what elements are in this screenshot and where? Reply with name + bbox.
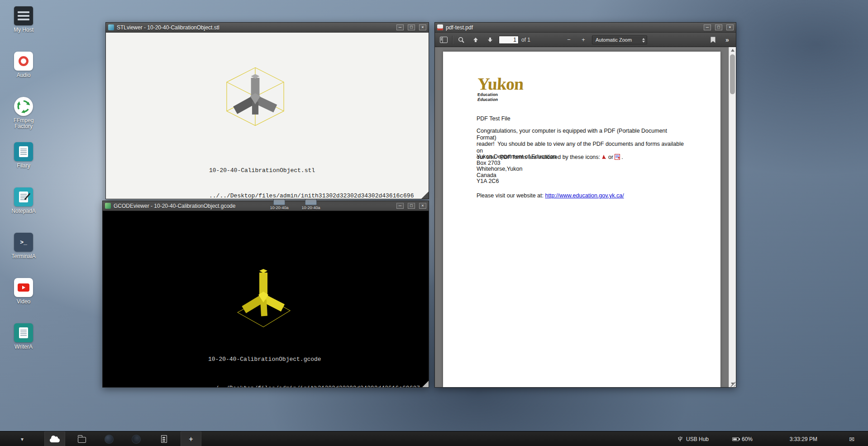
taskbar-folder-button[interactable] — [72, 432, 92, 446]
taskbar-app-button-1[interactable] — [99, 432, 119, 446]
pdf-document-content: Yukon Education Éducation PDF Test File … — [443, 52, 720, 387]
battery-icon — [732, 437, 739, 441]
stl-viewport[interactable]: 10-20-40-CalibrationObject.stl ../../Des… — [106, 33, 429, 199]
close-button[interactable]: × — [419, 24, 426, 30]
filary-icon — [14, 142, 33, 161]
desktop-icon-label: Audio — [17, 72, 31, 78]
gcode-app-icon — [105, 203, 111, 209]
acrobat-pdf-icon — [601, 154, 607, 160]
paragraph-period: . — [621, 154, 623, 160]
terminal-icon — [14, 233, 33, 252]
stl-info-text: 10-20-40-CalibrationObject.stl ../../Des… — [209, 153, 414, 199]
resize-grip[interactable] — [422, 381, 429, 387]
sidebar-toggle-button[interactable] — [438, 34, 449, 45]
address-block: Yukon Department of Education Box 2703 W… — [477, 154, 557, 185]
gcode-filename: 10-20-40-CalibrationObject.gcode — [208, 356, 420, 363]
maximize-button[interactable]: □ — [715, 24, 722, 30]
desktop-icon-label: FFmpeg Factory — [5, 118, 43, 129]
pdf-viewer-window: pdf-test.pdf ─ □ × of 1 − + Auto — [434, 22, 736, 388]
my-host-icon — [14, 6, 33, 25]
bookmark-button[interactable] — [707, 34, 719, 45]
stl-window-title: STLviewer - 10-20-40-CalibrationObject.s… — [117, 24, 392, 31]
stl-3d-model — [219, 62, 291, 136]
yukon-logo-word: Yukon — [477, 76, 524, 92]
website-link[interactable]: http://www.education.gov.yk.ca/ — [545, 192, 624, 199]
gcode-viewport[interactable]: 10-20-40-CalibrationObject.gcode ../../D… — [103, 211, 429, 387]
stl-path-line1: ../../Desktop/files/admin/inith31302d323… — [209, 192, 414, 199]
mail-icon[interactable]: ✉ — [849, 432, 854, 446]
desktop-icon-column: My Host Audio — [5, 6, 43, 369]
zoom-level-select[interactable]: Automatic Zoom — [592, 35, 647, 44]
toolbar-separator — [452, 36, 453, 44]
close-button[interactable]: × — [419, 203, 426, 209]
pdf-page: Yukon Education Éducation PDF Test File … — [443, 52, 720, 387]
desktop-icon-filary[interactable]: Filary — [5, 142, 43, 187]
desktop-icon-audio[interactable]: Audio — [5, 52, 43, 97]
gcode-window-title: GCODEviewer - 10-20-40-CalibrationObject… — [114, 203, 392, 209]
taskbar-document-button[interactable] — [153, 432, 174, 446]
desktop-icon-terminala[interactable]: TerminalA — [5, 233, 43, 278]
notepad-icon — [14, 187, 33, 206]
desktop-icon-my-host[interactable]: My Host — [5, 6, 43, 52]
previous-page-button[interactable] — [470, 34, 482, 45]
next-page-button[interactable] — [484, 34, 496, 45]
scroll-up-icon[interactable] — [731, 49, 734, 52]
minimize-button[interactable]: ─ — [396, 203, 404, 209]
desktop-icon-notepada[interactable]: NotepadA — [5, 187, 43, 233]
website-label: Please visit our website at: — [477, 192, 544, 199]
scrollbar-thumb[interactable] — [730, 54, 735, 94]
yukon-logo-education-fr: Éducation — [477, 97, 523, 102]
taskbar-files-button[interactable] — [44, 432, 65, 446]
stl-window-titlebar[interactable]: STLviewer - 10-20-40-CalibrationObject.s… — [106, 23, 429, 33]
usb-hub-label: USB Hub — [686, 436, 709, 442]
desktop-icon-writera[interactable]: WriterA — [5, 323, 43, 369]
desktop-icon-label: Filary — [17, 163, 30, 169]
pdf-app-icon — [437, 24, 443, 30]
gcode-viewer-window: GCODEviewer - 10-20-40-CalibrationObject… — [102, 201, 429, 388]
minimize-button[interactable]: ─ — [704, 24, 711, 30]
paragraph-line1: Congratulations, your computer is equipp… — [477, 128, 688, 141]
paragraph-line2: reader! You should be able to view any o… — [477, 141, 688, 154]
app-circle-icon — [132, 435, 141, 444]
vertical-scrollbar[interactable] — [729, 47, 736, 387]
taskbar-menu-chevron-icon[interactable]: ▾ — [15, 432, 29, 446]
or-word: or — [608, 154, 613, 160]
address-line: Canada — [477, 173, 557, 179]
minimize-button[interactable]: ─ — [396, 24, 404, 30]
desktop-icon-label: WriterA — [14, 344, 33, 350]
pdf-toolbar: of 1 − + Automatic Zoom » — [435, 33, 736, 47]
maximize-button[interactable]: □ — [408, 203, 415, 209]
desktop-icon-ffmpeg-factory[interactable]: FFmpeg Factory — [5, 97, 43, 142]
app-circle-icon — [105, 435, 114, 444]
pdf-window-title: pdf-test.pdf — [446, 24, 700, 31]
close-button[interactable]: × — [726, 24, 734, 30]
pdf-window-titlebar[interactable]: pdf-test.pdf ─ □ × — [435, 23, 736, 33]
desktop-icon-label: TerminalA — [11, 254, 35, 259]
ffmpeg-icon — [14, 97, 33, 116]
maximize-button[interactable]: □ — [408, 24, 415, 30]
yukon-logo: Yukon Education Éducation — [477, 76, 523, 102]
page-number-input[interactable] — [499, 36, 519, 44]
file-fragment-label: 10-20-40a — [296, 206, 325, 210]
zoom-in-button[interactable]: + — [577, 34, 589, 45]
address-line: Y1A 2C6 — [477, 178, 557, 185]
toolbar-overflow-button[interactable]: » — [721, 34, 733, 45]
clock[interactable]: 3:33:29 PM — [790, 432, 817, 446]
address-line: Yukon Department of Education — [477, 154, 557, 160]
desktop-icon-label: NotepadA — [11, 208, 35, 214]
gcode-info-text: 10-20-40-CalibrationObject.gcode ../../D… — [208, 342, 420, 387]
battery-status[interactable]: 60% — [732, 432, 753, 446]
usb-hub-status[interactable]: USB Hub — [677, 432, 709, 446]
zoom-out-button[interactable]: − — [563, 34, 575, 45]
desktop-icon-label: Video — [17, 299, 30, 305]
pdf-viewer-area[interactable]: Yukon Education Éducation PDF Test File … — [435, 47, 736, 387]
taskbar: ▾ + USB Hub 60% 3:33:29 PM ✉ — [0, 431, 868, 446]
resize-grip[interactable] — [421, 192, 429, 199]
desktop-icon-video[interactable]: Video — [5, 278, 43, 323]
audio-icon — [14, 52, 33, 71]
search-button[interactable] — [455, 34, 467, 45]
gcode-3d-preview — [229, 262, 297, 333]
new-tab-button[interactable]: + — [181, 432, 201, 446]
taskbar-app-button-2[interactable] — [126, 432, 147, 446]
writer-icon — [14, 323, 33, 342]
